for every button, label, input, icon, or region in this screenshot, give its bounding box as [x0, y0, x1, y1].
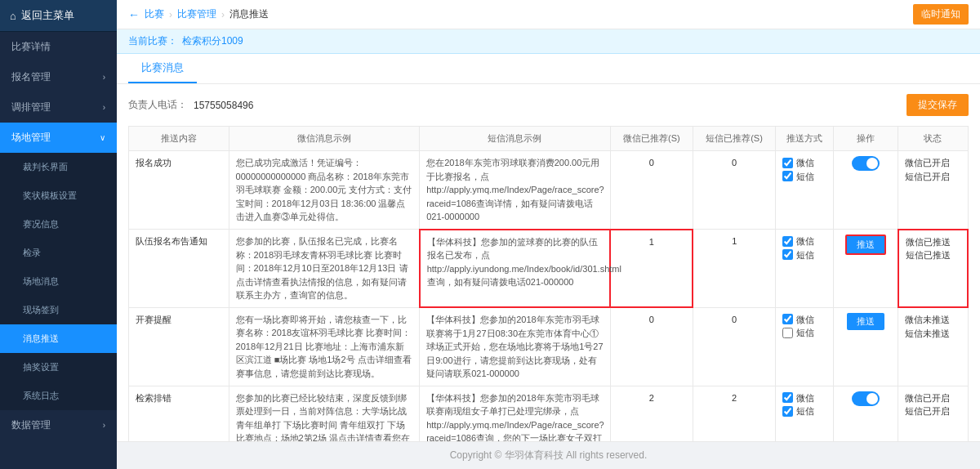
col-push-content: 推送内容	[129, 127, 229, 151]
sidebar-item-signup-manage[interactable]: 报名管理 ›	[0, 62, 117, 92]
cell-sms-count: 0	[693, 307, 775, 386]
sms-label: 短信	[796, 404, 814, 418]
sidebar-item-data-manage[interactable]: 数据管理 ›	[0, 410, 117, 440]
sms-checkbox[interactable]	[782, 249, 793, 260]
contact-label: 负责人电话：	[128, 98, 187, 112]
breadcrumb-sep-2: ›	[221, 9, 225, 20]
cell-push-content: 队伍报名布告通知	[129, 230, 229, 308]
sidebar-item-draw-settings[interactable]: 抽奖设置	[0, 353, 117, 382]
sidebar: ⌂ 返回主菜单 比赛详情 报名管理 › 调排管理 › 场地管理 ∨ 裁判长界面 …	[0, 0, 117, 469]
status-text: 微信已开启	[905, 391, 960, 405]
copyright-text: Copyright © 华羽体育科技 All rights reserved.	[450, 449, 648, 461]
status-text: 微信已开启	[905, 156, 960, 170]
table-row: 开赛提醒您有一场比赛即将开始，请您核查一下，比赛名称：2018友谊杯羽毛球比赛 …	[129, 307, 969, 386]
sms-checkbox[interactable]	[782, 406, 793, 417]
sidebar-item-system-log[interactable]: 系统日志	[0, 382, 117, 410]
status-text: 微信未推送	[905, 313, 960, 327]
wechat-checkbox[interactable]	[782, 158, 793, 168]
footer: Copyright © 华羽体育科技 All rights reserved.	[117, 441, 980, 469]
status-text: 微信已推送	[906, 235, 960, 249]
table-row: 检索排错您参加的比赛已经比较结束，深度反馈到绑票处理到一日，当前对阵信息：大学场…	[129, 386, 969, 441]
cell-sms-example: 【华体科技】您参加的篮球赛的比赛的队伍报名已发布，点http://apply.i…	[420, 230, 611, 308]
chevron-right-icon: ›	[103, 103, 105, 112]
sidebar-item-field-sign[interactable]: 现场签到	[0, 296, 117, 324]
toggle-switch[interactable]	[852, 156, 880, 171]
sidebar-sub-label: 现场签到	[23, 304, 59, 316]
status-text: 短信未推送	[905, 327, 960, 341]
sidebar-label: 数据管理	[11, 418, 51, 432]
toggle-switch[interactable]	[852, 391, 880, 406]
cell-push-content: 报名成功	[129, 151, 229, 230]
col-wechat-example: 微信消息示例	[229, 127, 420, 151]
notification-button[interactable]: 临时通知	[913, 4, 969, 25]
col-push-method: 推送方式	[776, 127, 834, 151]
col-wechat-count: 微信已推荐(S)	[610, 127, 693, 151]
cell-push-content: 开赛提醒	[129, 307, 229, 386]
sidebar-sub-label: 检录	[23, 247, 41, 259]
sidebar-logo[interactable]: ⌂ 返回主菜单	[0, 0, 117, 32]
sidebar-item-competition-detail[interactable]: 比赛详情	[0, 32, 117, 62]
sidebar-item-field-msg[interactable]: 场地消息	[0, 267, 117, 296]
cell-wechat-example: 您已成功完成激活！凭证编号：00000000000000 商品名称：2018年东…	[229, 151, 420, 230]
wechat-checkbox[interactable]	[782, 314, 793, 324]
status-text: 短信已开启	[905, 170, 960, 184]
sms-checkbox[interactable]	[782, 328, 793, 338]
sidebar-sub-label: 裁判长界面	[23, 161, 68, 173]
cell-push-content: 检索排错	[129, 386, 229, 441]
current-competition-bar: 当前比赛： 检索积分1009	[117, 29, 980, 54]
wechat-checkbox[interactable]	[782, 236, 793, 247]
col-sms-example: 短信消息示例	[420, 127, 611, 151]
chevron-right-icon: ›	[103, 73, 105, 82]
cell-action	[834, 151, 898, 230]
col-action: 操作	[834, 127, 898, 151]
cell-status: 微信已开启短信已开启	[898, 151, 968, 230]
sidebar-sub-label: 抽奖设置	[23, 361, 59, 373]
cell-push-method: 微信短信	[776, 230, 834, 308]
wechat-checkbox[interactable]	[782, 392, 793, 403]
cell-sms-example: 【华体科技】您参加的2018年东莞市羽毛球联赛将于1月27日08:30在东莞市体…	[420, 307, 611, 386]
notification-btn-container: 临时通知	[913, 4, 969, 25]
sidebar-item-template-settings[interactable]: 奖状模板设置	[0, 181, 117, 210]
send-button[interactable]: 推送	[847, 313, 884, 330]
table-row: 队伍报名布告通知您参加的比赛，队伍报名已完成，比赛名称：2018羽毛球友青杯羽毛…	[129, 230, 969, 308]
sidebar-item-judge-view[interactable]: 裁判长界面	[0, 153, 117, 181]
wechat-label: 微信	[796, 156, 814, 170]
cell-wechat-count: 1	[610, 230, 693, 308]
sidebar-sub-label: 场地消息	[23, 275, 59, 288]
sidebar-label: 比赛详情	[11, 40, 51, 54]
sidebar-sub-label: 系统日志	[23, 390, 59, 402]
content-area: 负责人电话： 15755058496 提交保存 推送内容 微信消息示例 短信消息…	[117, 84, 980, 441]
sidebar-sub-label: 奖状模板设置	[23, 190, 77, 202]
sidebar-item-msg-push[interactable]: 消息推送	[0, 324, 117, 353]
cell-action	[834, 386, 898, 441]
cell-action: 推送	[834, 230, 898, 308]
wechat-label: 微信	[796, 313, 814, 327]
status-text: 短信已推送	[906, 248, 960, 262]
save-button[interactable]: 提交保存	[906, 94, 969, 116]
back-icon[interactable]: ←	[128, 8, 140, 21]
cell-sms-count: 2	[693, 386, 775, 441]
sidebar-sub-label: 消息推送	[23, 333, 59, 345]
sidebar-item-ranking-manage[interactable]: 调排管理 ›	[0, 92, 117, 123]
wechat-label: 微信	[796, 234, 814, 248]
tab-competition-message[interactable]: 比赛消息	[128, 54, 197, 83]
sidebar-item-match-info[interactable]: 赛况信息	[0, 210, 117, 239]
main-content: ← 比赛 › 比赛管理 › 消息推送 临时通知 当前比赛： 检索积分1009 比…	[117, 0, 980, 469]
cell-wechat-count: 0	[610, 307, 693, 386]
chevron-right-icon: ›	[103, 421, 105, 430]
breadcrumb-competition[interactable]: 比赛	[145, 7, 164, 21]
cell-push-method: 微信短信	[776, 151, 834, 230]
breadcrumb-sep-1: ›	[169, 9, 172, 20]
cell-wechat-count: 0	[610, 151, 693, 230]
chevron-down-icon: ∨	[100, 133, 105, 142]
current-label: 当前比赛：	[128, 34, 177, 48]
breadcrumb-manage[interactable]: 比赛管理	[177, 7, 216, 21]
send-button[interactable]: 推送	[845, 234, 886, 255]
wechat-label: 微信	[796, 391, 814, 405]
table-row: 报名成功您已成功完成激活！凭证编号：00000000000000 商品名称：20…	[129, 151, 969, 230]
sidebar-label: 报名管理	[11, 70, 51, 84]
sms-checkbox[interactable]	[782, 171, 793, 181]
table-header-row: 推送内容 微信消息示例 短信消息示例 微信已推荐(S) 短信已推荐(S) 推送方…	[129, 127, 969, 151]
sidebar-item-check-in[interactable]: 检录	[0, 239, 117, 267]
sidebar-item-field-manage[interactable]: 场地管理 ∨	[0, 123, 117, 153]
